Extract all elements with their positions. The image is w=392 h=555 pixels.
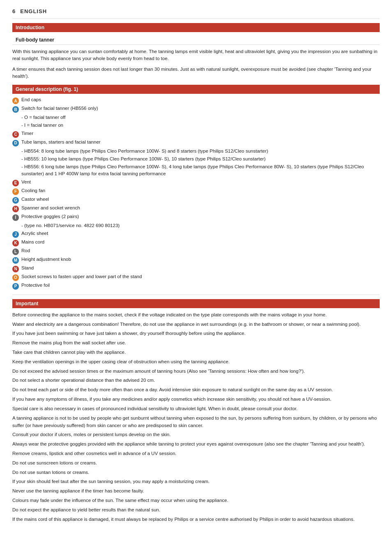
badge-b: B [12,106,19,113]
general-description-section: General description (fig. 1) AEnd capsBS… [12,85,380,290]
item-text: Mains cord [21,239,44,244]
list-item: PProtective foil [12,283,380,290]
item-text: Acrylic sheet [21,231,48,236]
important-line: If you have just been swimming or have j… [12,330,380,337]
badge-g: G [12,197,19,204]
important-line: Do not use suntan lotions or creams. [12,469,380,476]
item-text: Spanner and socket wrench [21,205,80,210]
item-text: Protective goggles (2 pairs) [21,214,79,219]
badge-p: P [12,283,19,290]
badge-o: O [12,274,19,281]
badge-j: J [12,231,19,238]
item-text: Tube lamps, starters and facial tanner [21,139,101,144]
sub-list-item: HB555: 10 long tube lamps (type Philips … [21,156,380,163]
list-item: OSocket screws to fasten upper and lower… [12,274,380,281]
list-item: MHeight adjustment knob [12,257,380,264]
list-item: JAcrylic sheet [12,231,380,238]
important-line: Before connecting the appliance to the m… [12,311,380,319]
badge-c: C [12,131,19,138]
important-line: Remove the mains plug from the wall sock… [12,339,380,347]
important-lines: Before connecting the appliance to the m… [12,311,380,523]
item-text: End caps [21,97,41,102]
badge-n: N [12,266,19,272]
page-number: 6 [12,8,15,14]
item-text: Cooling fan [21,188,45,193]
important-line: Do not treat each part or side of the bo… [12,386,380,394]
important-line: Consult your doctor if ulcers, moles or … [12,431,380,439]
important-line: Do not expect the appliance to yield bet… [12,506,380,514]
items-list: AEnd capsBSwitch for facial tanner (HB55… [12,97,380,290]
item-text: Vent [21,179,31,184]
item-text: Timer [21,131,33,136]
important-line: A tanning appliance is not to be used by… [12,415,380,430]
introduction-subsection: Full-body tanner [12,35,380,45]
sub-list-item: I = facial tanner on [21,122,380,129]
badge-a: A [12,98,19,104]
important-line: If your skin should feel taut after the … [12,478,380,485]
item-text: Height adjustment knob [21,257,71,262]
badge-e: E [12,180,19,186]
general-description-header: General description (fig. 1) [12,85,380,94]
list-item: NStand [12,265,380,272]
badge-d: D [12,140,19,146]
list-item: LRod [12,248,380,255]
sub-list-item: HB554: 8 long tube lamps (type Philips C… [21,148,380,155]
important-line: Water and electricity are a dangerous co… [12,321,380,328]
important-header: Important [12,299,380,308]
badge-m: M [12,257,19,264]
item-text: Switch for facial tanner (HB556 only) [21,106,98,111]
important-line: Remove creams, lipstick and other cosmet… [12,450,380,457]
list-item: IProtective goggles (2 pairs)(type no. H… [12,214,380,229]
important-line: Colours may fade under the influence of … [12,497,380,504]
important-line: Always wear the protective goggles provi… [12,441,380,448]
important-section: Important Before connecting the applianc… [12,299,380,523]
list-item: KMains cord [12,239,380,246]
list-item: GCastor wheel [12,197,380,204]
list-item: BSwitch for facial tanner (HB556 only)O … [12,106,380,129]
important-line: Do not select a shorter operational dist… [12,377,380,384]
list-item: EVent [12,179,380,186]
intro-paragraph-1: With this tanning appliance you can sunt… [12,48,380,63]
important-line: Do not use sunscreen lotions or creams. [12,460,380,467]
badge-f: F [12,188,19,195]
sub-list-item: O = facial tanner off [21,114,380,121]
important-line: Never use the tanning appliance if the t… [12,488,380,495]
list-item: DTube lamps, starters and facial tannerH… [12,139,380,178]
list-item: HSpanner and socket wrench [12,205,380,212]
intro-paragraph-2: A timer ensures that each tanning sessio… [12,66,380,80]
badge-i: I [12,214,19,221]
page-header: 6 ENGLISH [12,8,380,14]
introduction-header: Introduction [12,23,380,32]
important-line: Take care that children cannot play with… [12,349,380,356]
important-line: Do not exceed the advised session times … [12,368,380,375]
item-text: Protective foil [21,283,50,288]
item-text: Rod [21,248,30,253]
list-item: CTimer [12,131,380,138]
badge-l: L [12,248,19,255]
important-line: Special care is also necessary in cases … [12,405,380,413]
important-line: Keep the ventilation openings in the upp… [12,358,380,366]
introduction-section: Introduction Full-body tanner With this … [12,23,380,80]
badge-k: K [12,240,19,246]
badge-h: H [12,206,19,212]
item-text: Socket screws to fasten upper and lower … [21,274,142,279]
list-item: FCooling fan [12,188,380,195]
important-line: If you have any symptoms of illness, if … [12,396,380,403]
page-language: ENGLISH [20,8,47,14]
sub-list-item: HB556: 6 long tube lamps (type Philips C… [21,163,380,178]
important-line: If the mains cord of this appliance is d… [12,516,380,523]
list-item: AEnd caps [12,97,380,104]
item-text: Stand [21,265,34,270]
sub-list-item: (type no. HB071/service no. 4822 690 801… [21,222,380,229]
item-text: Castor wheel [21,197,49,202]
